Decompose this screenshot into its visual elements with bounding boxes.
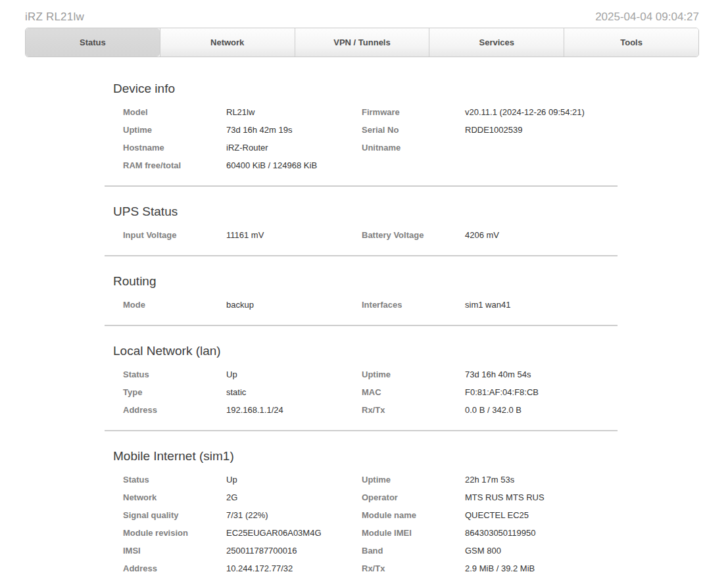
section-title: Mobile Internet (sim1) <box>113 449 618 464</box>
field-label: Rx/Tx <box>362 560 465 572</box>
field-label: Operator <box>362 489 465 506</box>
field-value: 4206 mV <box>465 226 618 244</box>
field-label: MAC <box>362 383 465 401</box>
field-value: 2G <box>226 489 362 506</box>
tab-status[interactable]: Status <box>26 28 160 57</box>
field-label: Status <box>123 366 226 383</box>
field-value: 2.9 MiB / 39.2 MiB <box>465 560 618 572</box>
field-value: RDDE1002539 <box>465 121 618 139</box>
field-label-empty <box>362 156 465 174</box>
field-label: Interfaces <box>362 296 465 314</box>
key-value-grid: Input Voltage11161 mVBattery Voltage4206… <box>123 226 618 244</box>
field-label: RAM free/total <box>123 156 226 174</box>
tab-tools[interactable]: Tools <box>564 28 698 57</box>
device-title: iRZ RL21lw <box>25 11 84 24</box>
section-title: Local Network (lan) <box>113 344 618 358</box>
field-value: 192.168.1.1/24 <box>226 401 362 419</box>
field-label: Uptime <box>362 366 465 383</box>
field-label: Module revision <box>123 524 226 542</box>
field-label: Address <box>123 560 226 572</box>
field-label: Unitname <box>362 139 465 156</box>
section-title: UPS Status <box>113 204 618 219</box>
field-value: 7/31 (22%) <box>226 506 362 524</box>
field-value <box>465 139 618 156</box>
field-value: 250011787700016 <box>226 542 362 560</box>
field-label: Uptime <box>123 121 226 139</box>
key-value-grid: ModebackupInterfacessim1 wan41 <box>123 296 618 314</box>
field-label: Signal quality <box>123 506 226 524</box>
field-value: 10.244.172.77/32 <box>226 560 362 572</box>
field-value: 73d 16h 42m 19s <box>226 121 362 139</box>
section-local-network-lan: Local Network (lan)StatusUpUptime73d 16h… <box>105 326 618 431</box>
section-mobile-internet-sim1: Mobile Internet (sim1)StatusUpUptime22h … <box>105 431 618 572</box>
system-clock: 2025-04-04 09:04:27 <box>595 11 699 24</box>
field-value: QUECTEL EC25 <box>465 506 618 524</box>
field-value: 11161 mV <box>226 226 362 244</box>
router-admin-page: iRZ RL21lw 2025-04-04 09:04:27 StatusNet… <box>0 0 728 572</box>
field-label: IMSI <box>123 542 226 560</box>
field-value: EC25EUGAR06A03M4G <box>226 524 362 542</box>
field-label: Firmware <box>362 103 465 121</box>
field-label: Battery Voltage <box>362 226 465 244</box>
page-header: iRZ RL21lw 2025-04-04 09:04:27 <box>25 0 699 28</box>
field-label: Input Voltage <box>123 226 226 244</box>
section-routing: RoutingModebackupInterfacessim1 wan41 <box>105 256 618 326</box>
field-value: MTS RUS MTS RUS <box>465 489 618 506</box>
key-value-grid: StatusUpUptime73d 16h 40m 54sTypestaticM… <box>123 366 618 419</box>
field-value: 864303050119950 <box>465 524 618 542</box>
field-label: Hostname <box>123 139 226 156</box>
field-value: v20.11.1 (2024-12-26 09:54:21) <box>465 103 618 121</box>
field-label: Network <box>123 489 226 506</box>
field-label: Band <box>362 542 465 560</box>
field-label: Module name <box>362 506 465 524</box>
section-title: Device info <box>113 82 618 96</box>
field-value: static <box>226 383 362 401</box>
field-value: Up <box>226 366 362 383</box>
field-label: Status <box>123 471 226 489</box>
field-value: F0:81:AF:04:F8:CB <box>465 383 618 401</box>
key-value-grid: StatusUpUptime22h 17m 53sNetwork2GOperat… <box>123 471 618 572</box>
field-label: Address <box>123 401 226 419</box>
tab-vpn-tunnels[interactable]: VPN / Tunnels <box>295 28 429 57</box>
field-value: sim1 wan41 <box>465 296 618 314</box>
field-label: Uptime <box>362 471 465 489</box>
field-value: 73d 16h 40m 54s <box>465 366 618 383</box>
field-label: Module IMEI <box>362 524 465 542</box>
field-value-empty <box>465 156 618 174</box>
section-title: Routing <box>113 274 618 289</box>
field-value: 22h 17m 53s <box>465 471 618 489</box>
field-label: Mode <box>123 296 226 314</box>
field-value: iRZ-Router <box>226 139 362 156</box>
field-value: backup <box>226 296 362 314</box>
tab-network[interactable]: Network <box>160 28 295 57</box>
key-value-grid: ModelRL21lwFirmwarev20.11.1 (2024-12-26 … <box>123 103 618 174</box>
field-label: Model <box>123 103 226 121</box>
field-value: Up <box>226 471 362 489</box>
field-label: Serial No <box>362 121 465 139</box>
tab-services[interactable]: Services <box>429 28 564 57</box>
tab-bar: StatusNetworkVPN / TunnelsServicesTools <box>25 28 699 57</box>
field-value: 0.0 B / 342.0 B <box>465 401 618 419</box>
field-value: GSM 800 <box>465 542 618 560</box>
field-label: Rx/Tx <box>362 401 465 419</box>
section-ups-status: UPS StatusInput Voltage11161 mVBattery V… <box>105 187 618 256</box>
section-device-info: Device infoModelRL21lwFirmwarev20.11.1 (… <box>105 64 618 187</box>
field-label: Type <box>123 383 226 401</box>
status-page-content: Device infoModelRL21lwFirmwarev20.11.1 (… <box>105 64 618 572</box>
field-value: RL21lw <box>226 103 362 121</box>
field-value: 60400 KiB / 124968 KiB <box>226 156 362 174</box>
